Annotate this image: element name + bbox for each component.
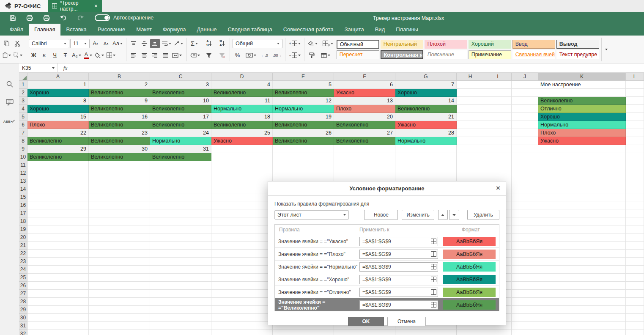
cell-L15[interactable] xyxy=(626,193,644,201)
new-rule-button[interactable]: Новое xyxy=(364,210,398,220)
cell-H9[interactable] xyxy=(457,145,484,153)
cell-C11[interactable] xyxy=(150,161,211,169)
cell-J22[interactable] xyxy=(512,250,538,258)
cell-J19[interactable] xyxy=(512,225,538,233)
cell-K19[interactable] xyxy=(538,225,626,233)
underline-button[interactable]: Ч xyxy=(50,51,60,60)
cell-C17[interactable] xyxy=(150,209,211,217)
cell-J31[interactable] xyxy=(512,322,538,330)
cell-G11[interactable] xyxy=(395,161,457,169)
cell-J8[interactable] xyxy=(512,137,538,145)
cell-A21[interactable] xyxy=(27,242,89,250)
cell-I2[interactable] xyxy=(484,89,512,97)
cell-A24[interactable] xyxy=(27,266,89,274)
cell-E11[interactable] xyxy=(273,161,334,169)
dialog-close-icon[interactable]: × xyxy=(496,184,500,192)
cell-D10[interactable] xyxy=(211,153,273,161)
menu-tab-Макет[interactable]: Макет xyxy=(131,24,157,36)
row-header-8[interactable]: 8 xyxy=(19,137,27,145)
cell-D25[interactable] xyxy=(211,274,273,282)
cell-J24[interactable] xyxy=(512,266,538,274)
cell-B2[interactable]: Великолепно xyxy=(89,89,150,97)
cell-K10[interactable] xyxy=(538,153,626,161)
cell-E12[interactable] xyxy=(273,169,334,177)
row-header-12[interactable]: 12 xyxy=(19,169,27,177)
rule-range-input[interactable] xyxy=(359,300,438,310)
cell-A13[interactable] xyxy=(27,177,89,185)
cell-I5[interactable] xyxy=(484,113,512,121)
cell-style-Нейтральный[interactable]: Нейтральный xyxy=(381,40,423,49)
cell-K6[interactable]: Нормально xyxy=(538,121,626,129)
print-button[interactable] xyxy=(21,12,38,24)
cell-F8[interactable]: Великолепно xyxy=(334,137,395,145)
cell-J16[interactable] xyxy=(512,201,538,209)
rule-row[interactable]: Значение ячейки = ="Хорошо"АаBbБбЯя xyxy=(275,273,499,286)
cell-A18[interactable] xyxy=(27,217,89,225)
cell-J25[interactable] xyxy=(512,274,538,282)
cell-style-Ввод[interactable]: Ввод xyxy=(512,40,555,49)
cell-J12[interactable] xyxy=(512,169,538,177)
cell-style-Пояснение[interactable]: Пояснение xyxy=(425,50,467,59)
cell-B10[interactable]: Великолепно xyxy=(89,153,150,161)
insert-function-button[interactable]: fx xyxy=(58,63,73,73)
dialog-titlebar[interactable]: Условное форматирование × xyxy=(268,181,506,196)
cell-K30[interactable] xyxy=(538,314,626,322)
cell-D20[interactable] xyxy=(211,233,273,242)
cell-D5[interactable]: 18 xyxy=(211,113,273,121)
row-header-19[interactable]: 19 xyxy=(19,225,27,233)
cell-A25[interactable] xyxy=(27,274,89,282)
cell-B23[interactable] xyxy=(89,258,150,266)
orientation-button[interactable] xyxy=(173,39,184,48)
cell-F1[interactable]: 6 xyxy=(334,81,395,89)
cell-C9[interactable]: 31 xyxy=(150,145,211,153)
cell-J14[interactable] xyxy=(512,185,538,193)
save-button[interactable] xyxy=(4,12,21,24)
cell-A9[interactable]: 29 xyxy=(27,145,89,153)
row-header-20[interactable]: 20 xyxy=(19,233,27,242)
cell-A6[interactable]: Плохо xyxy=(27,121,89,129)
rule-row[interactable]: Значение ячейки = ="Великолепно"АаBbБбЯя xyxy=(275,298,499,311)
cell-J7[interactable] xyxy=(512,129,538,137)
cell-C16[interactable] xyxy=(150,201,211,209)
cell-K24[interactable] xyxy=(538,266,626,274)
cell-F2[interactable]: Ужасно xyxy=(334,89,395,97)
cell-D21[interactable] xyxy=(211,242,273,250)
cell-D8[interactable]: Ужасно xyxy=(211,137,273,145)
font-name-select[interactable]: Calibri xyxy=(29,39,69,48)
rule-row[interactable]: Значение ячейки = ="Отлично"АаBbБбЯя xyxy=(275,286,499,298)
row-header-32[interactable]: 32 xyxy=(19,330,27,335)
cell-K5[interactable]: Хорошо xyxy=(538,113,626,121)
cell-L7[interactable] xyxy=(626,129,644,137)
column-header-C[interactable]: C xyxy=(150,73,211,81)
cell-H2[interactable] xyxy=(457,89,484,97)
cell-D19[interactable] xyxy=(211,225,273,233)
cell-B32[interactable] xyxy=(89,330,150,335)
bold-button[interactable]: Ж xyxy=(29,51,38,60)
cell-E3[interactable]: 12 xyxy=(273,97,334,105)
select-range-icon[interactable] xyxy=(431,302,436,308)
cell-K27[interactable] xyxy=(538,290,626,298)
cell-D26[interactable] xyxy=(211,282,273,290)
rule-range-input[interactable] xyxy=(359,275,438,284)
cell-E10[interactable] xyxy=(273,153,334,161)
cell-K12[interactable] xyxy=(538,169,626,177)
cell-L13[interactable] xyxy=(626,177,644,185)
cell-C29[interactable] xyxy=(150,306,211,314)
cell-B29[interactable] xyxy=(89,306,150,314)
strikethrough-button[interactable]: Ŧ xyxy=(60,51,70,60)
cell-A27[interactable] xyxy=(27,290,89,298)
cell-D12[interactable] xyxy=(211,169,273,177)
row-header-3[interactable]: 3 xyxy=(19,97,27,105)
cell-B5[interactable]: 16 xyxy=(89,113,150,121)
cell-C20[interactable] xyxy=(150,233,211,242)
cell-G2[interactable]: Хорошо xyxy=(395,89,457,97)
row-header-5[interactable]: 5 xyxy=(19,113,27,121)
cell-C31[interactable] xyxy=(150,322,211,330)
column-header-F[interactable]: F xyxy=(334,73,395,81)
cell-G1[interactable]: 7 xyxy=(395,81,457,89)
cell-E32[interactable] xyxy=(273,330,334,335)
align-middle-button[interactable] xyxy=(140,39,149,48)
cell-C14[interactable] xyxy=(150,185,211,193)
increase-decimal-button[interactable]: .00→ xyxy=(272,51,283,60)
cell-E5[interactable]: 19 xyxy=(273,113,334,121)
